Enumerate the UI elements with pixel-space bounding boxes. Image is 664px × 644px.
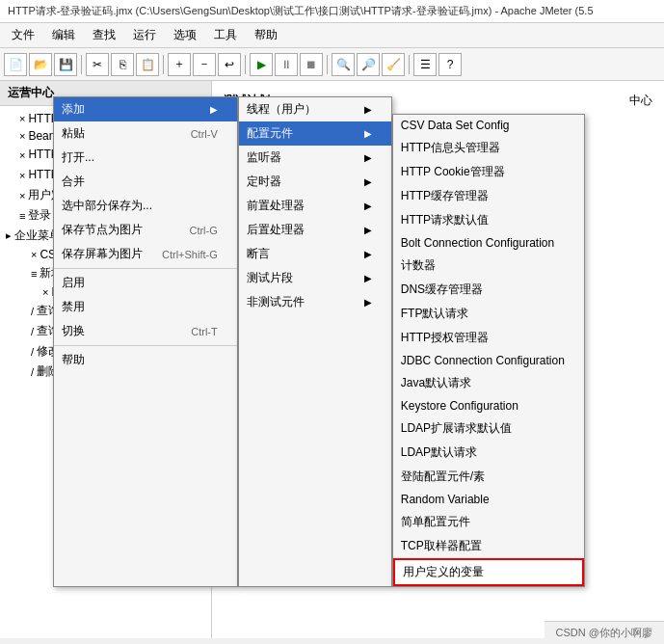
menu2-arrow-timer: ▶ — [364, 176, 372, 187]
menu2-item-nontest[interactable]: 非测试元件 ▶ — [239, 290, 391, 314]
menu3-item-tcp-label: TCP取样器配置 — [401, 538, 482, 554]
tree-icon-10: / — [31, 306, 34, 317]
menu1-item-toggle-label: 切换 — [62, 323, 85, 339]
menu3-item-dns-label: DNS缓存管理器 — [401, 282, 483, 298]
menu1-item-add[interactable]: 添加 ▶ — [54, 97, 237, 121]
menu3-item-httpdefault[interactable]: HTTP请求默认值 — [393, 208, 584, 232]
menu1-item-add-label: 添加 — [62, 101, 85, 118]
menu1-item-disable-label: 禁用 — [62, 299, 85, 315]
menu3-item-random[interactable]: Random Variable — [393, 489, 584, 510]
menu-run[interactable]: 运行 — [125, 25, 164, 45]
title-text: HTTP请求-登录验证码.jmx (C:\Users\GengSun\Deskt… — [8, 5, 594, 16]
menu2-arrow-assert: ▶ — [364, 249, 372, 259]
menu3-item-bolt[interactable]: Bolt Connection Configuration — [393, 232, 584, 254]
menu2-arrow-config: ▶ — [364, 128, 372, 139]
toolbar-minus[interactable]: － — [193, 53, 216, 76]
menu3-item-jdbc[interactable]: JDBC Connection Configuration — [393, 350, 584, 371]
tree-icon-2: × — [19, 149, 25, 161]
menu3-item-login[interactable]: 登陆配置元件/素 — [393, 465, 584, 489]
toolbar-arrow[interactable]: ↩ — [218, 53, 241, 76]
menu3-item-jdbc-label: JDBC Connection Configuration — [401, 354, 565, 367]
menu3-item-keystore[interactable]: Keystore Configuration — [393, 395, 584, 416]
menu2-item-assert[interactable]: 断言 ▶ — [239, 242, 391, 266]
menu-options[interactable]: 选项 — [166, 25, 204, 45]
tree-icon-0: × — [19, 113, 25, 124]
menu3-item-csv[interactable]: CSV Data Set Config — [393, 115, 584, 136]
tree-icon-8: ≡ — [31, 268, 37, 280]
toolbar-img1[interactable]: 🔍 — [332, 53, 355, 76]
menu1-item-toggle[interactable]: 切换 Ctrl-T — [54, 319, 237, 343]
menu-file[interactable]: 文件 — [4, 25, 42, 45]
tree-icon-4: × — [19, 190, 25, 201]
menu3-item-ftp-label: FTP默认请求 — [401, 306, 469, 322]
toolbar-copy[interactable]: ⎘ — [111, 53, 134, 76]
toolbar-sep1 — [81, 55, 82, 74]
menu2-item-post[interactable]: 后置处理器 ▶ — [239, 218, 391, 242]
toolbar-stop[interactable]: ⏸ — [275, 53, 298, 76]
toolbar-run[interactable]: ▶ — [250, 53, 273, 76]
menu1-item-disable[interactable]: 禁用 — [54, 295, 237, 319]
menu2-item-thread[interactable]: 线程（用户） ▶ — [239, 97, 391, 121]
menu3-item-ldapext[interactable]: LDAP扩展请求默认值 — [393, 416, 584, 441]
menu1-item-savenode[interactable]: 保存节点为图片 Ctrl-G — [54, 218, 237, 242]
toolbar-add[interactable]: ＋ — [168, 53, 191, 76]
right-panel-sub: 中心 — [625, 89, 656, 113]
menu1-item-paste[interactable]: 粘贴 Ctrl-V — [54, 121, 237, 146]
menu3-item-httpcache[interactable]: HTTP缓存管理器 — [393, 184, 584, 208]
toolbar-open[interactable]: 📂 — [29, 53, 52, 76]
menu3-item-httpauth[interactable]: HTTP授权管理器 — [393, 326, 584, 350]
menu3-item-dns[interactable]: DNS缓存管理器 — [393, 278, 584, 302]
toolbar-save[interactable]: 💾 — [54, 53, 77, 76]
menu3-item-login-label: 登陆配置元件/素 — [401, 469, 485, 485]
menu2-item-timer[interactable]: 定时器 ▶ — [239, 170, 391, 194]
menu1-shortcut-paste: Ctrl-V — [191, 128, 218, 140]
menu3-item-tcp[interactable]: TCP取样器配置 — [393, 534, 584, 558]
toolbar-new[interactable]: 📄 — [4, 53, 27, 76]
menu2-item-listener[interactable]: 监听器 ▶ — [239, 146, 391, 170]
menu3-item-uservar[interactable]: 用户定义的变量 — [393, 558, 584, 586]
menu2-item-config[interactable]: 配置元件 ▶ — [239, 121, 391, 146]
menu-help[interactable]: 帮助 — [247, 25, 285, 45]
menu1-item-open-label: 打开... — [62, 149, 94, 166]
toolbar-sep5 — [409, 55, 410, 74]
menu2-item-timer-label: 定时器 — [247, 174, 281, 190]
toolbar-help[interactable]: ? — [438, 53, 462, 76]
menu2-item-pre[interactable]: 前置处理器 ▶ — [239, 194, 391, 218]
menu3-item-counter[interactable]: 计数器 — [393, 254, 584, 278]
menu3-item-java[interactable]: Java默认请求 — [393, 371, 584, 395]
menu2-arrow-listener: ▶ — [364, 152, 372, 163]
menu3-item-simple[interactable]: 简单配置元件 — [393, 510, 584, 534]
menu2-item-post-label: 后置处理器 — [247, 222, 305, 238]
toolbar-list[interactable]: ☰ — [413, 53, 437, 76]
menu1-shortcut-savescreen: Ctrl+Shift-G — [162, 249, 218, 260]
toolbar-clear[interactable]: 🧹 — [382, 53, 405, 76]
toolbar-paste[interactable]: 📋 — [136, 53, 159, 76]
menu3-item-ftp[interactable]: FTP默认请求 — [393, 302, 584, 326]
menu2-item-fragment[interactable]: 测试片段 ▶ — [239, 266, 391, 290]
menu1-item-saveas[interactable]: 选中部分保存为... — [54, 194, 237, 218]
menu1-item-merge[interactable]: 合并 — [54, 170, 237, 194]
menu-find[interactable]: 查找 — [85, 25, 123, 45]
toolbar-cut[interactable]: ✂ — [86, 53, 109, 76]
context-menu-container: 添加 ▶ 粘贴 Ctrl-V 打开... 合并 选中部分保存为... 保存节点为… — [53, 96, 585, 587]
menu1-item-open[interactable]: 打开... — [54, 146, 237, 170]
menu-tools[interactable]: 工具 — [206, 25, 245, 45]
menu1-item-help[interactable]: 帮助 — [54, 348, 237, 372]
menu3-item-csv-label: CSV Data Set Config — [401, 119, 510, 132]
menu-edit[interactable]: 编辑 — [44, 25, 83, 45]
tree-icon-13: / — [31, 366, 34, 378]
menu3-item-cookie[interactable]: HTTP Cookie管理器 — [393, 160, 584, 184]
menu1-item-saveas-label: 选中部分保存为... — [62, 198, 152, 214]
toolbar-stop2[interactable]: ⏹ — [300, 53, 323, 76]
menu1-item-savescreen[interactable]: 保存屏幕为图片 Ctrl+Shift-G — [54, 242, 237, 266]
menu1-item-enable-label: 启用 — [62, 275, 85, 291]
menu1-item-help-label: 帮助 — [62, 352, 85, 368]
menu3-item-ldap[interactable]: LDAP默认请求 — [393, 441, 584, 465]
toolbar-img2[interactable]: 🔎 — [357, 53, 380, 76]
title-bar: HTTP请求-登录验证码.jmx (C:\Users\GengSun\Deskt… — [0, 0, 664, 23]
menu3-item-counter-label: 计数器 — [401, 257, 436, 274]
menu1-item-enable[interactable]: 启用 — [54, 271, 237, 295]
context-menu-2: 线程（用户） ▶ 配置元件 ▶ 监听器 ▶ 定时器 ▶ 前置处理器 ▶ 后置处理… — [238, 96, 392, 587]
menu3-item-httpheader[interactable]: HTTP信息头管理器 — [393, 136, 584, 160]
menu2-arrow-fragment: ▶ — [364, 273, 372, 283]
